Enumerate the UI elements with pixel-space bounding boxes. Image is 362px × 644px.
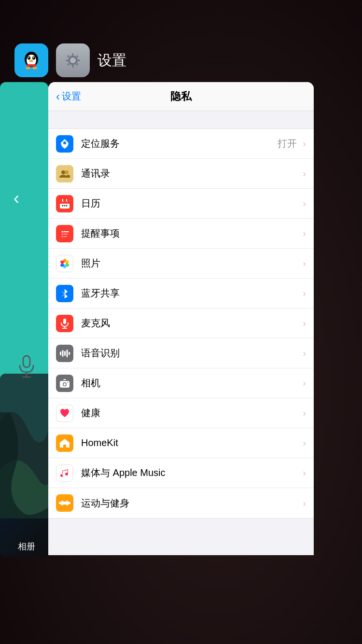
svg-point-49 [64, 262, 66, 265]
speech-label: 语音识别 [81, 347, 301, 360]
bottom-card-photos[interactable]: 相册 [0, 374, 53, 557]
camera-chevron: › [303, 378, 306, 389]
bluetooth-label: 蓝牙共享 [81, 287, 301, 300]
menu-item-fitness[interactable]: 运动与健身 › [48, 488, 314, 518]
reminders-label: 提醒事项 [81, 227, 301, 240]
reminders-icon [56, 225, 73, 242]
menu-item-location[interactable]: 定位服务 打开 › [48, 129, 314, 159]
menu-item-speech[interactable]: 语音识别 › [48, 338, 314, 368]
svg-rect-63 [59, 502, 61, 504]
media-chevron: › [303, 467, 306, 478]
contacts-chevron: › [303, 168, 306, 179]
menu-item-camera[interactable]: 相机 › [48, 368, 314, 398]
section-divider [48, 111, 314, 128]
svg-rect-56 [67, 350, 68, 357]
bluetooth-icon [56, 285, 73, 302]
svg-rect-65 [61, 501, 63, 505]
health-icon [56, 405, 73, 422]
photos-chevron: › [303, 258, 306, 269]
svg-point-38 [62, 233, 63, 235]
svg-point-39 [62, 236, 63, 237]
fitness-icon [56, 494, 73, 512]
menu-list: 定位服务 打开 › 通讯录 › [48, 128, 314, 518]
svg-rect-57 [69, 352, 70, 355]
svg-rect-1 [23, 356, 30, 367]
svg-point-37 [62, 231, 63, 232]
svg-rect-30 [60, 202, 70, 204]
media-icon [56, 464, 73, 482]
svg-point-26 [61, 170, 65, 174]
svg-point-14 [32, 67, 37, 70]
menu-item-reminders[interactable]: 提醒事项 › [48, 219, 314, 249]
menu-item-contacts[interactable]: 通讯录 › [48, 159, 314, 189]
bluetooth-chevron: › [303, 288, 306, 299]
menu-item-microphone[interactable]: 麦克风 › [48, 308, 314, 338]
top-bar: 设置 [14, 43, 126, 77]
mic-area [12, 352, 41, 381]
menu-item-homekit[interactable]: HomeKit › [48, 428, 314, 458]
camera-icon [56, 375, 73, 392]
nav-back-label: 设置 [62, 90, 81, 103]
svg-point-33 [66, 205, 68, 206]
calendar-chevron: › [303, 198, 306, 209]
svg-point-25 [63, 141, 66, 144]
svg-point-61 [67, 382, 68, 383]
svg-point-60 [64, 383, 66, 385]
fitness-chevron: › [303, 498, 306, 509]
menu-item-photos[interactable]: 照片 › [48, 249, 314, 279]
svg-point-10 [33, 57, 34, 58]
svg-point-31 [62, 205, 64, 206]
svg-point-9 [28, 57, 29, 58]
svg-point-32 [64, 205, 66, 206]
menu-item-health[interactable]: 健康 › [48, 398, 314, 428]
menu-item-media[interactable]: 媒体与 Apple Music › [48, 458, 314, 488]
back-chevron-icon: ‹ [56, 90, 60, 103]
svg-rect-19 [66, 60, 68, 61]
microphone-chevron: › [303, 318, 306, 329]
fitness-label: 运动与健身 [81, 497, 301, 510]
nav-bar: ‹ 设置 隐私 [48, 82, 314, 111]
svg-rect-50 [63, 319, 66, 324]
svg-rect-12 [27, 64, 36, 67]
microphone-label: 麦克风 [81, 317, 301, 330]
top-bar-title: 设置 [97, 51, 126, 70]
calendar-label: 日历 [81, 197, 301, 210]
svg-rect-36 [60, 229, 70, 238]
menu-item-bluetooth[interactable]: 蓝牙共享 › [48, 279, 314, 308]
location-value: 打开 [278, 137, 297, 150]
svg-point-16 [70, 57, 76, 63]
bottom-card-label: 相册 [18, 541, 35, 552]
svg-rect-17 [72, 53, 74, 56]
media-label: 媒体与 Apple Music [81, 466, 301, 479]
nav-title: 隐私 [170, 89, 192, 104]
svg-point-27 [65, 170, 69, 174]
svg-rect-55 [64, 351, 66, 356]
menu-item-calendar[interactable]: 日历 › [48, 189, 314, 219]
svg-rect-66 [66, 501, 68, 505]
svg-rect-64 [69, 502, 70, 504]
settings-panel: ‹ 设置 隐私 定位服务 打开 › [48, 82, 314, 555]
nav-back-button[interactable]: ‹ 设置 [56, 90, 81, 103]
speech-icon [56, 345, 73, 362]
qq-app-icon[interactable] [14, 43, 48, 77]
homekit-chevron: › [303, 437, 306, 448]
svg-rect-20 [78, 60, 80, 61]
homekit-icon [56, 434, 73, 452]
location-label: 定位服务 [81, 137, 278, 150]
svg-point-13 [26, 67, 30, 70]
teal-back-button[interactable]: ‹ [14, 188, 19, 209]
svg-rect-18 [72, 65, 74, 68]
microphone-icon [56, 315, 73, 332]
svg-point-11 [29, 60, 33, 62]
contacts-label: 通讯录 [81, 167, 301, 180]
bottom-card-bg [0, 374, 53, 557]
health-chevron: › [303, 407, 306, 419]
svg-rect-53 [60, 351, 61, 355]
calendar-icon [56, 195, 73, 212]
photos-icon [56, 255, 73, 272]
photos-label: 照片 [81, 257, 301, 270]
camera-label: 相机 [81, 377, 301, 390]
settings-app-icon[interactable] [56, 43, 90, 77]
health-label: 健康 [81, 406, 301, 420]
location-chevron: › [303, 138, 306, 149]
